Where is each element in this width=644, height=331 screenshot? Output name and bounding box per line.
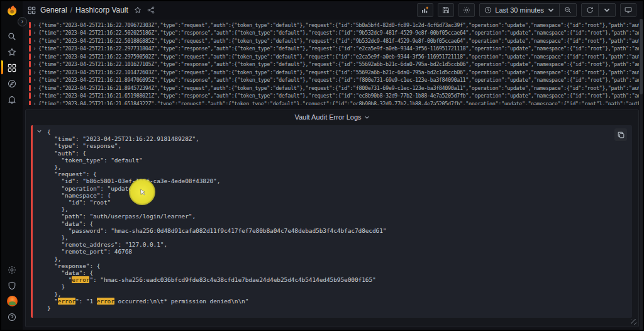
json-line: "error": "1 error occurred:\n\t* permiss… — [47, 298, 626, 305]
save-dashboard-button[interactable] — [438, 3, 454, 17]
log-line-text: {"time":"2023-04-25T21:16:22.501886885Z"… — [38, 38, 639, 44]
cycle-view-mode-button[interactable] — [620, 3, 636, 17]
json-line: "password": "hmac-sha256:0d48d91cafa082d… — [47, 227, 626, 234]
bell-icon — [8, 95, 16, 104]
dashboard-settings-button[interactable] — [458, 3, 475, 17]
sidebar-top-nav — [1, 28, 23, 107]
json-line: { — [47, 128, 626, 135]
sidebar-item-help[interactable] — [1, 309, 23, 325]
json-line: "time": "2023-04-25T21:16:22.918148928Z"… — [47, 135, 626, 142]
vault-audit-error-logs-panel: Vault Audit Error Logs — [25, 109, 639, 327]
panel-title[interactable]: Vault Audit Error Logs — [26, 110, 638, 124]
main-area: General / Hashicorp Vault — [23, 1, 643, 330]
log-row[interactable]: › {"time":"2023-04-25T21:16:21.65184322Z… — [29, 100, 639, 105]
add-panel-icon — [421, 6, 429, 14]
time-range-picker[interactable]: Last 30 minutes — [480, 4, 559, 16]
add-panel-button[interactable] — [417, 3, 433, 17]
sidebar-item-favorites[interactable] — [1, 44, 23, 60]
monitor-icon — [625, 6, 632, 14]
expand-row-icon[interactable]: › — [31, 101, 38, 106]
expand-row-icon[interactable]: › — [31, 93, 38, 99]
expand-row-icon[interactable]: › — [31, 85, 38, 91]
log-row[interactable]: › {"time":"2023-04-25T21:16:21.651988021… — [29, 93, 639, 99]
refresh-group — [581, 3, 616, 17]
vault-audit-logs-panel: › {"time":"2023-04-25T21:16:22.709672303… — [25, 20, 639, 105]
json-line: "data": { — [47, 220, 626, 227]
json-line: "path": "auth/userpass/login/learner", — [47, 213, 626, 220]
log-row[interactable]: › {"time":"2023-04-25T21:16:22.501886885… — [29, 37, 639, 44]
log-row[interactable]: › {"time":"2023-04-25T21:16:22.297731804… — [29, 45, 639, 52]
sidebar-item-configuration[interactable] — [1, 262, 23, 278]
sidebar-item-user-profile[interactable] — [1, 293, 23, 309]
json-line: "request": { — [47, 171, 626, 177]
log-row[interactable]: › {"time":"2023-04-25T21:16:21.894572394… — [29, 84, 639, 91]
json-line: "data": { — [47, 269, 626, 276]
log-rows: › {"time":"2023-04-25T21:16:22.709672303… — [29, 21, 639, 105]
help-icon — [8, 313, 16, 322]
shield-icon — [8, 281, 16, 290]
log-row[interactable]: › {"time":"2023-04-25T21:16:22.709672303… — [29, 21, 639, 28]
expand-row-icon[interactable]: › — [31, 53, 38, 60]
json-line: }, — [47, 255, 626, 262]
favorite-star-icon[interactable] — [134, 6, 142, 14]
log-line-text: {"time":"2023-04-25T21:16:22.502025186Z"… — [38, 30, 639, 36]
json-line: "type": "response", — [47, 142, 626, 149]
breadcrumb-folder[interactable]: General — [40, 6, 67, 14]
json-line: "auth": { — [47, 150, 626, 157]
expand-row-icon[interactable]: › — [31, 45, 38, 52]
star-icon — [8, 48, 16, 57]
expand-row-icon[interactable]: › — [31, 69, 38, 76]
breadcrumb-separator: / — [70, 6, 72, 14]
zoom-out-time-button[interactable] — [560, 4, 576, 16]
expand-row-icon[interactable]: › — [31, 77, 38, 83]
sidebar-expand-button[interactable]: › — [18, 17, 27, 26]
panel-resize-handle[interactable] — [631, 319, 636, 325]
json-line: }, — [47, 206, 626, 213]
refresh-icon — [586, 6, 594, 14]
json-line: }, — [47, 234, 626, 241]
log-row[interactable]: › {"time":"2023-04-25T21:16:22.101627105… — [29, 61, 639, 68]
page-scrollbar[interactable] — [640, 19, 643, 330]
sidebar-item-server-admin[interactable] — [1, 278, 23, 293]
gear-icon — [463, 6, 470, 14]
grafana-window: › General / Hashicorp Vault — [0, 0, 644, 331]
grafana-logo-icon[interactable] — [5, 4, 19, 18]
refresh-button[interactable] — [582, 4, 598, 16]
app: › General / Hashicorp Vault — [1, 1, 643, 330]
log-line-text: {"time":"2023-04-25T21:16:22.297590502Z"… — [38, 53, 639, 60]
json-line: }, — [47, 164, 626, 171]
scrollbar-thumb[interactable] — [640, 19, 643, 94]
chevron-down-icon — [603, 6, 611, 14]
breadcrumb-dashboard-title[interactable]: Hashicorp Vault — [75, 6, 128, 14]
dashboard-content: › {"time":"2023-04-25T21:16:22.709672303… — [23, 19, 643, 330]
refresh-interval-button[interactable] — [599, 4, 615, 16]
log-line-text: {"time":"2023-04-25T21:16:21.894572394Z"… — [38, 85, 639, 91]
log-line-text: {"time":"2023-04-25T21:16:22.101472603Z"… — [38, 69, 639, 76]
json-line: "response": { — [47, 262, 626, 269]
log-row[interactable]: › {"time":"2023-04-25T21:16:22.502025186… — [29, 30, 639, 36]
log-line-text: {"time":"2023-04-25T21:16:22.297731804Z"… — [38, 45, 639, 52]
log-level-bar — [31, 125, 33, 318]
log-line-text: {"time":"2023-04-25T21:16:21.65184322Z",… — [38, 101, 639, 106]
chevron-down-icon — [547, 6, 555, 14]
sidebar-item-explore[interactable] — [1, 76, 23, 91]
expand-row-icon[interactable]: › — [31, 30, 38, 36]
dashboard-header: General / Hashicorp Vault — [23, 1, 643, 19]
log-line-text: {"time":"2023-04-25T21:16:21.894706095Z"… — [38, 77, 639, 83]
zoom-out-icon — [564, 6, 572, 14]
expand-row-icon[interactable]: › — [31, 61, 38, 67]
json-line: "remote_address": "127.0.0.1", — [47, 241, 626, 248]
log-row[interactable]: › {"time":"2023-04-25T21:16:22.101472603… — [29, 69, 639, 76]
expand-row-icon[interactable]: › — [31, 38, 38, 44]
sidebar-item-alerting[interactable] — [1, 91, 23, 107]
share-icon[interactable] — [147, 6, 155, 14]
sidebar-item-search[interactable] — [1, 28, 23, 44]
expand-row-icon[interactable]: › — [31, 22, 38, 28]
collapse-row-icon[interactable] — [36, 128, 42, 134]
sidebar-item-dashboards[interactable] — [1, 60, 23, 76]
log-line-text: {"time":"2023-04-25T21:16:22.101627105Z"… — [38, 61, 639, 67]
json-line: } — [47, 305, 626, 311]
log-row[interactable]: › {"time":"2023-04-25T21:16:22.297590502… — [29, 53, 639, 60]
log-row[interactable]: › {"time":"2023-04-25T21:16:21.894706095… — [29, 77, 639, 84]
copy-json-button[interactable] — [614, 128, 627, 141]
